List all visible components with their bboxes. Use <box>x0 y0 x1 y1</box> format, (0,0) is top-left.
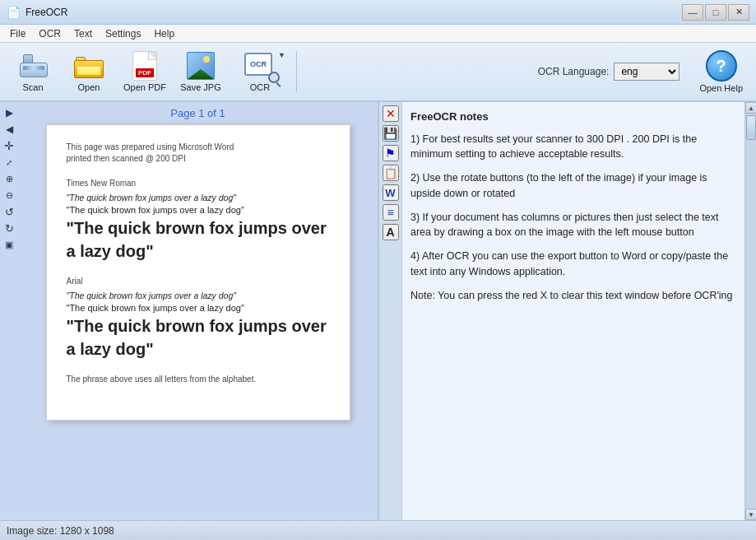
select-tool[interactable]: ▣ <box>2 237 16 252</box>
scan-label: Scan <box>22 82 43 92</box>
zoom-out-tool[interactable]: ⊖ <box>2 188 16 202</box>
font1-label: Times New Roman <box>67 178 330 189</box>
right-panel: ✕ 💾 ⚑ 📋 W ≡ A FreeOCR notes 1) For best … <box>378 102 756 520</box>
save-jpg-icon <box>184 51 217 81</box>
export-text-button[interactable]: A <box>383 224 399 240</box>
titlebar: 📄 FreeOCR — □ ✕ <box>0 0 756 25</box>
open-label: Open <box>78 82 100 92</box>
rotate-ccw-tool[interactable]: ↺ <box>2 204 16 219</box>
times-new-roman-section: Times New Roman "The quick brown fox jum… <box>67 178 330 263</box>
open-pdf-icon: PDF <box>128 51 161 81</box>
page-intro: This page was prepared using Microsoft W… <box>67 142 330 165</box>
right-panel-inner: ✕ 💾 ⚑ 📋 W ≡ A FreeOCR notes 1) For best … <box>379 102 756 520</box>
save-jpg-label: Save JPG <box>180 82 221 92</box>
ocr-icon: OCR <box>243 51 276 81</box>
footer-text: The phrase above uses all letters from t… <box>67 374 330 385</box>
arial-section: Arial "The quick brown fox jumps over a … <box>67 276 330 361</box>
ocr-label: OCR <box>250 82 270 92</box>
scroll-up-button[interactable]: ▲ <box>745 102 756 114</box>
arrow-tool[interactable]: ▶ <box>2 105 16 120</box>
app-title: FreeOCR <box>26 7 682 18</box>
page-intro-text: This page was prepared using Microsoft W… <box>67 142 330 165</box>
page-container: Page 1 of 1 This page was prepared using… <box>18 102 378 520</box>
scroll-track[interactable] <box>745 114 756 509</box>
font2-label: Arial <box>67 276 330 287</box>
open-button[interactable]: Open <box>63 47 115 96</box>
image-size-text: Image size: 1280 x 1098 <box>7 525 114 537</box>
font1-line1: "The quick brown fox jumps over a lazy d… <box>67 192 330 204</box>
menu-text[interactable]: Text <box>67 26 99 41</box>
clear-text-button[interactable]: ✕ <box>383 105 399 122</box>
main-area: ▶ ◀ ✛ ⤢ ⊕ ⊖ ↺ ↻ ▣ Page 1 of 1 This page … <box>0 102 756 520</box>
copy-button[interactable]: 📋 <box>383 165 399 181</box>
scan-icon <box>16 51 49 81</box>
right-panel-title: FreeOCR notes <box>410 109 736 125</box>
note-5: Note: You can press the red X to clear t… <box>410 288 736 304</box>
toolbar-divider <box>296 51 297 92</box>
left-tools: ▶ ◀ ✛ ⤢ ⊕ ⊖ ↺ ↻ ▣ <box>0 102 18 520</box>
note-2: 2) Use the rotate buttons (to the left o… <box>410 170 736 202</box>
pan-tool[interactable]: ⤢ <box>2 155 16 170</box>
menubar: File OCR Text Settings Help <box>0 25 756 43</box>
page-content: This page was prepared using Microsoft W… <box>46 124 350 421</box>
ocr-lang-label: OCR Language: <box>538 66 610 77</box>
ocr-button[interactable]: OCR OCR ▼ <box>230 47 290 96</box>
minimize-button[interactable]: — <box>682 4 703 21</box>
zoom-in-tool[interactable]: ⊕ <box>2 171 16 186</box>
menu-settings[interactable]: Settings <box>99 26 147 41</box>
menu-file[interactable]: File <box>3 26 32 41</box>
font1-line3: "The quick brown fox jumps over a lazy d… <box>67 216 330 263</box>
right-text-area: FreeOCR notes 1) For best results set yo… <box>402 102 744 520</box>
scan-button[interactable]: Scan <box>7 47 59 96</box>
font2-line2: "The quick brown fox jumps over a lazy d… <box>67 302 330 314</box>
open-help-label: Open Help <box>699 83 743 93</box>
save-text-button[interactable]: 💾 <box>383 125 399 142</box>
page-footer-text: The phrase above uses all letters from t… <box>67 374 330 385</box>
export-word-button[interactable]: W <box>383 184 399 201</box>
move-tool[interactable]: ✛ <box>2 138 16 153</box>
font1-line2: "The quick brown fox jumps over a lazy d… <box>67 204 330 216</box>
statusbar: Image size: 1280 x 1098 <box>0 520 756 540</box>
maximize-button[interactable]: □ <box>705 4 726 21</box>
open-pdf-label: Open PDF <box>123 82 166 92</box>
note-1: 1) For best results set your scanner to … <box>410 132 736 163</box>
scroll-thumb[interactable] <box>746 115 756 140</box>
rotate-cw-tool[interactable]: ↻ <box>2 221 16 235</box>
close-button[interactable]: ✕ <box>728 4 749 21</box>
back-tool[interactable]: ◀ <box>2 122 16 137</box>
ocr-language-area: OCR Language: eng fra deu <box>538 63 680 81</box>
ocr-lang-select[interactable]: eng fra deu <box>614 63 679 81</box>
save-jpg-button[interactable]: Save JPG <box>174 47 227 96</box>
right-sidebar: ✕ 💾 ⚑ 📋 W ≡ A <box>379 102 402 520</box>
open-pdf-button[interactable]: PDF Open PDF <box>118 47 171 96</box>
export-rtf-button[interactable]: ≡ <box>383 204 399 221</box>
flag-button[interactable]: ⚑ <box>383 145 399 161</box>
note-3: 3) If your document has columns or pictu… <box>410 210 736 241</box>
font2-line1: "The quick brown fox jumps over a lazy d… <box>67 290 330 302</box>
menu-help[interactable]: Help <box>147 26 181 41</box>
titlebar-controls: — □ ✕ <box>682 4 749 21</box>
page-header: Page 1 of 1 <box>18 102 378 124</box>
right-scrollbar[interactable]: ▲ ▼ <box>744 102 756 520</box>
note-4: 4) After OCR you can use the export butt… <box>410 249 736 280</box>
open-help-button[interactable]: ? Open Help <box>693 47 749 96</box>
scroll-down-button[interactable]: ▼ <box>745 509 756 520</box>
font2-line3: "The quick brown fox jumps over a lazy d… <box>67 314 330 361</box>
help-icon: ? <box>706 50 737 81</box>
open-icon <box>72 51 105 81</box>
menu-ocr[interactable]: OCR <box>32 26 67 41</box>
app-icon: 📄 <box>7 6 21 19</box>
toolbar: Scan Open PDF Open PDF <box>0 43 756 102</box>
